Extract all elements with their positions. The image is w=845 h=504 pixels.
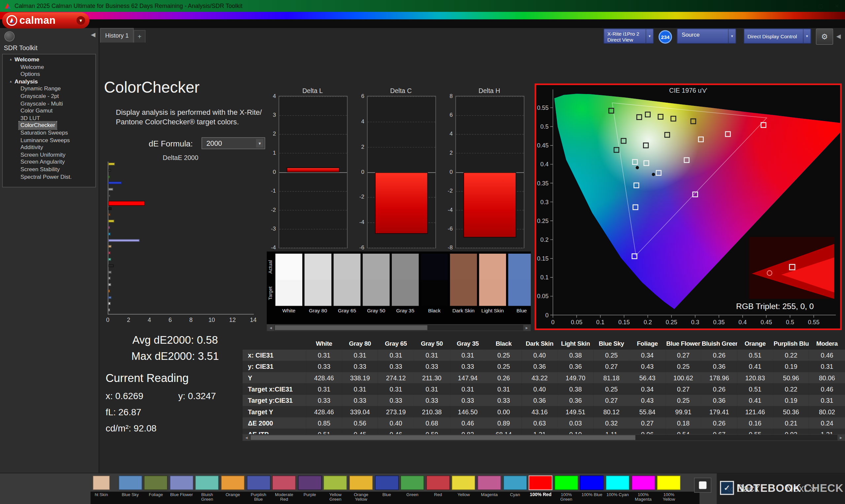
deltae-bar-selected bbox=[108, 201, 145, 206]
sidebar-item-screen-stability[interactable]: Screen Stability bbox=[19, 166, 61, 173]
current-fl: fL: 26.87 bbox=[106, 407, 141, 418]
cie-diagram-panel: 00.050.10.150.20.250.30.350.40.450.50.55… bbox=[535, 84, 842, 330]
patch-100-magenta[interactable]: 100% Magenta bbox=[631, 475, 655, 503]
display-control-dropdown[interactable]: Direct Display Control ▼ bbox=[744, 29, 811, 44]
sidebar-item-color-gamut[interactable]: Color Gamut bbox=[19, 107, 54, 114]
sidebar-item-grayscale-2pt[interactable]: Grayscale - 2pt bbox=[19, 93, 60, 100]
swatch-blue bbox=[508, 254, 531, 306]
logo-dropdown-caret[interactable]: ▼ bbox=[76, 16, 85, 25]
tab-history-1[interactable]: History 1 bbox=[100, 28, 134, 42]
patch-blue-flower[interactable]: Blue Flower bbox=[170, 475, 193, 503]
table-scrollbar[interactable]: ◄ ► bbox=[243, 434, 845, 441]
sidebar-title: SDR Toolkit bbox=[4, 44, 37, 52]
scroll-right-icon[interactable]: ► bbox=[523, 325, 530, 330]
next-button[interactable]: Next » bbox=[786, 476, 816, 500]
sidebar-item-dynamic-range[interactable]: Dynamic Range bbox=[19, 86, 63, 93]
chevron-down-icon: ▼ bbox=[803, 29, 811, 43]
deltae-bar bbox=[108, 264, 113, 267]
sidebar-item-screen-uniformity[interactable]: Screen Uniformity bbox=[19, 151, 67, 158]
patch-bluish-green[interactable]: Bluish Green bbox=[195, 475, 219, 503]
swatch-scrollbar[interactable]: ◄ ► bbox=[267, 324, 531, 331]
patch-cyan[interactable]: Cyan bbox=[503, 475, 527, 503]
svg-text:0.5: 0.5 bbox=[786, 319, 794, 326]
patch-ht-skin[interactable]: ht Skin bbox=[93, 475, 110, 503]
patch-green[interactable]: Green bbox=[400, 475, 424, 503]
deltae-xticks: 02468101214 bbox=[108, 317, 253, 323]
svg-text:0.45: 0.45 bbox=[760, 319, 772, 326]
deltae-bar bbox=[108, 213, 110, 216]
sidebar-item-welcome[interactable]: Welcome bbox=[19, 63, 46, 71]
deltae-bar bbox=[108, 169, 111, 172]
table-row-y: Y428.46338.19274.12211.30147.940.2643.22… bbox=[243, 372, 845, 383]
meter-status-icon[interactable] bbox=[4, 31, 15, 41]
deltae-bar bbox=[108, 303, 110, 305]
deltae-bar bbox=[108, 220, 114, 222]
svg-text:0.3: 0.3 bbox=[540, 199, 549, 205]
table-header-row: WhiteGray 80Gray 65Gray 50Gray 35BlackDa… bbox=[243, 338, 845, 349]
scroll-left-icon[interactable]: ◄ bbox=[243, 435, 250, 441]
table-row-e-2000: ΔE 20000.850.560.400.680.460.890.630.030… bbox=[243, 417, 845, 429]
patch-yellow-green[interactable]: Yellow Green bbox=[323, 475, 347, 503]
deltae-bar bbox=[108, 258, 111, 260]
patch-foliage[interactable]: Foliage bbox=[144, 475, 168, 503]
svg-text:0.2: 0.2 bbox=[644, 319, 652, 326]
maximize-button[interactable]: ▢ bbox=[813, 0, 829, 12]
swatch-label: Dark Skin bbox=[450, 307, 477, 313]
patch-purplish-blue[interactable]: Purplish Blue bbox=[247, 475, 270, 503]
tree-group-analysis[interactable]: ▲Analysis bbox=[3, 78, 95, 85]
tree-group-welcome[interactable]: ▲Welcome bbox=[3, 56, 95, 63]
patch-100-red[interactable]: 100% Red bbox=[529, 475, 552, 503]
patch-orange-yellow[interactable]: Orange Yellow bbox=[349, 475, 373, 503]
scrollbar-thumb[interactable] bbox=[275, 325, 427, 330]
patch-blue-sky[interactable]: Blue Sky bbox=[119, 475, 142, 503]
patch-100-yellow[interactable]: 100% Yellow bbox=[657, 475, 681, 503]
sidebar-item-spectral-power-dist[interactable]: Spectral Power Dist. bbox=[19, 173, 73, 180]
source-dropdown[interactable]: Source ▼ bbox=[677, 29, 736, 44]
scrollbar-thumb[interactable] bbox=[250, 435, 635, 440]
tab-add-button[interactable]: + bbox=[134, 30, 145, 42]
settings-button[interactable]: ⚙ bbox=[816, 29, 833, 45]
svg-text:0: 0 bbox=[551, 319, 554, 326]
svg-text:0.25: 0.25 bbox=[666, 319, 677, 326]
scroll-right-icon[interactable]: ► bbox=[838, 435, 844, 441]
workspace-collapse-icon[interactable]: ◀ bbox=[834, 29, 843, 44]
sidebar-item-saturation-sweeps[interactable]: Saturation Sweeps bbox=[19, 129, 70, 137]
patch-red[interactable]: Red bbox=[426, 475, 450, 503]
minimize-button[interactable]: ─ bbox=[796, 0, 813, 12]
calman-logo-menu[interactable]: calman ▼ bbox=[2, 13, 89, 29]
pattern-window-button[interactable] bbox=[694, 478, 711, 493]
sidebar-tree: ▲WelcomeWelcomeOptions▲AnalysisDynamic R… bbox=[2, 54, 96, 187]
swatch-label: Black bbox=[421, 307, 448, 313]
meter-dropdown[interactable]: X-Rite i1Pro 2 Direct View ▼ bbox=[604, 29, 654, 44]
window-title: Calman 2025 Calman Ultimate for Business… bbox=[15, 3, 242, 9]
swatch-white bbox=[275, 254, 302, 306]
sidebar-item-screen-angularity[interactable]: Screen Angularity bbox=[19, 159, 66, 166]
sidebar-item-luminance-sweeps[interactable]: Luminance Sweeps bbox=[19, 137, 71, 144]
patch-100-cyan[interactable]: 100% Cyan bbox=[606, 475, 630, 503]
sidebar-item-additivity[interactable]: Additivity bbox=[19, 144, 45, 151]
deltae-bar bbox=[108, 239, 139, 241]
patch-magenta[interactable]: Magenta bbox=[478, 475, 501, 503]
patch-orange[interactable]: Orange bbox=[221, 475, 245, 503]
svg-text:0.45: 0.45 bbox=[537, 142, 549, 149]
close-button[interactable]: ✕ bbox=[829, 0, 845, 12]
patch-100-green[interactable]: 100% Green bbox=[554, 475, 578, 503]
svg-text:0.4: 0.4 bbox=[540, 161, 549, 167]
sidebar-item-options[interactable]: Options bbox=[19, 71, 41, 78]
back-button[interactable]: « Back bbox=[726, 476, 759, 500]
gear-icon: ⚙ bbox=[821, 32, 828, 41]
deltae-bar bbox=[108, 296, 111, 299]
patch-100-blue[interactable]: 100% Blue bbox=[580, 475, 604, 503]
sidebar-item-colorchecker[interactable]: ColorChecker bbox=[19, 122, 57, 129]
sidebar-item-grayscale-multi[interactable]: Grayscale - Multi bbox=[19, 100, 64, 107]
sidebar-collapse-icon[interactable]: ◀ bbox=[91, 31, 95, 38]
patch-blue[interactable]: Blue bbox=[375, 475, 399, 503]
svg-text:0: 0 bbox=[545, 312, 549, 319]
scroll-left-icon[interactable]: ◄ bbox=[267, 325, 274, 330]
table-row-target-y: Target Y428.46339.04273.19210.38146.500.… bbox=[243, 406, 845, 417]
patch-yellow[interactable]: Yellow bbox=[452, 475, 476, 503]
de-formula-dropdown[interactable]: 2000 ▼ bbox=[202, 137, 265, 149]
patch-moderate-red[interactable]: Moderate Red bbox=[272, 475, 296, 503]
sidebar-item-3d-lut[interactable]: 3D LUT bbox=[19, 114, 41, 122]
patch-purple[interactable]: Purple bbox=[298, 475, 322, 503]
